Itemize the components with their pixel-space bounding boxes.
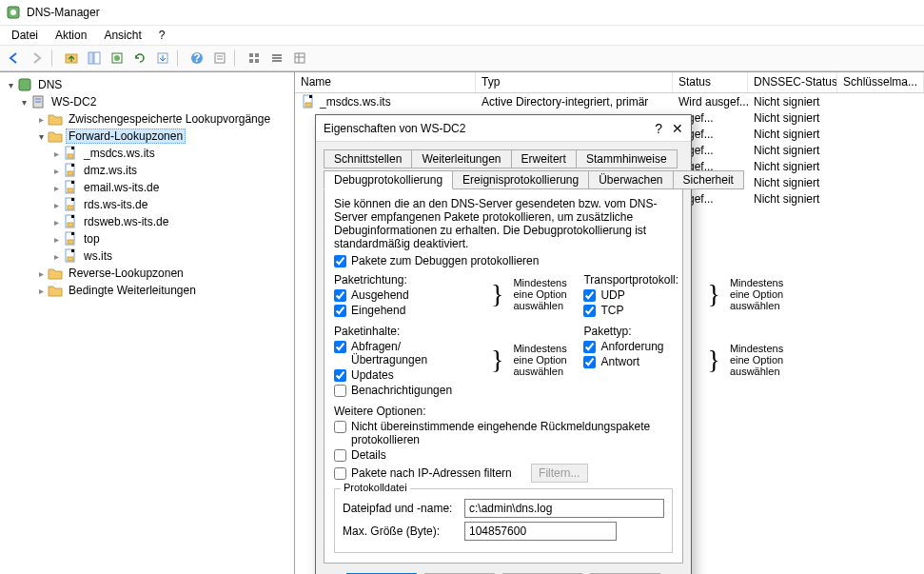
tree-item[interactable]: rdsweb.ws-its.de — [0, 213, 294, 230]
updates-checkbox[interactable]: Updates — [334, 368, 482, 382]
svg-rect-42 — [305, 103, 311, 107]
properties-button[interactable] — [209, 48, 230, 69]
back-button[interactable] — [4, 48, 25, 69]
tree-label: ws.its — [81, 249, 115, 263]
tab-stammhinweise[interactable]: Stammhinweise — [576, 149, 678, 168]
cell-name: _msdcs.ws.its — [295, 94, 476, 109]
dialog-title: Eigenschaften von WS-DC2 — [324, 122, 465, 135]
navigation-tree[interactable]: DNS WS-DC2 Zwischengespeicherte Lookupvo… — [0, 72, 295, 574]
cell-dnssec: Nicht signiert — [748, 192, 837, 206]
checkbox-input[interactable] — [334, 255, 346, 267]
expand-icon[interactable] — [49, 183, 63, 193]
view-list-button[interactable] — [266, 48, 287, 69]
view-small-button[interactable] — [244, 48, 265, 69]
expand-icon[interactable] — [49, 217, 63, 228]
tree-item[interactable]: Reverse-Lookupzonen — [0, 265, 294, 282]
expand-icon[interactable] — [34, 268, 48, 279]
checkbox-label: Pakete zum Debuggen protokollieren — [351, 254, 539, 267]
tree-item[interactable]: top — [0, 230, 294, 247]
col-dnssec[interactable]: DNSSEC-Status — [748, 72, 837, 92]
up-button[interactable] — [61, 48, 82, 69]
dialog-titlebar[interactable]: Eigenschaften von WS-DC2 ? ✕ — [316, 115, 691, 142]
tree-label: Bedingte Weiterleitungen — [66, 284, 199, 297]
tree-root[interactable]: DNS — [0, 76, 294, 93]
tab-ereignisprotokollierung[interactable]: Ereignisprotokollierung — [452, 170, 589, 189]
new-button[interactable] — [107, 48, 128, 69]
col-keymaster[interactable]: Schlüsselma... — [837, 72, 924, 92]
toolbar-separator — [234, 49, 240, 67]
udp-checkbox[interactable]: UDP — [583, 288, 698, 302]
expand-icon[interactable] — [17, 97, 30, 108]
expand-icon[interactable] — [49, 148, 63, 159]
expand-icon[interactable] — [49, 251, 63, 262]
tree-item[interactable]: email.ws-its.de — [0, 179, 294, 196]
tree-item[interactable]: Zwischengespeicherte Lookupvorgänge — [0, 110, 294, 128]
tcp-checkbox[interactable]: TCP — [583, 304, 698, 317]
expand-icon[interactable] — [4, 80, 17, 90]
description-text: Sie können die an den DNS-Server gesende… — [334, 197, 673, 250]
request-checkbox[interactable]: Anforderung — [583, 340, 698, 353]
menu-datei[interactable]: Datei — [4, 27, 46, 44]
tree-item[interactable]: Bedingte Weiterleitungen — [0, 282, 294, 299]
tree-item[interactable]: rds.ws-its.de — [0, 196, 294, 213]
response-checkbox[interactable]: Antwort — [583, 355, 698, 368]
queries-checkbox[interactable]: Abfragen/ Übertragungen — [334, 340, 482, 366]
hint-text: Mindestens eine Option auswählen — [730, 277, 793, 311]
menu-ansicht[interactable]: Ansicht — [96, 27, 148, 44]
details-checkbox[interactable]: Details — [334, 448, 673, 462]
folder-icon — [48, 129, 63, 144]
close-icon[interactable]: ✕ — [672, 121, 683, 136]
path-input[interactable] — [464, 499, 664, 518]
tree-server[interactable]: WS-DC2 — [0, 93, 294, 110]
expand-icon[interactable] — [49, 234, 63, 245]
tab-sicherheit[interactable]: Sicherheit — [673, 170, 744, 189]
col-typ[interactable]: Typ — [476, 72, 673, 92]
size-input[interactable] — [464, 522, 617, 541]
tree-item[interactable]: ws.its — [0, 247, 294, 265]
tree-label: rds.ws-its.de — [81, 198, 150, 211]
tab-erweitert[interactable]: Erweitert — [511, 149, 577, 168]
forward-button[interactable] — [27, 48, 48, 69]
filter-button: Filtern... — [531, 464, 588, 483]
expand-icon[interactable] — [34, 131, 48, 142]
expand-icon[interactable] — [49, 166, 63, 176]
tree-item[interactable]: dmz.ws.its — [0, 162, 294, 179]
incoming-checkbox[interactable]: Eingehend — [334, 304, 482, 317]
help-button[interactable]: ? — [187, 48, 207, 69]
zone-icon — [63, 146, 78, 161]
tab-content: Sie können die an den DNS-Server gesende… — [324, 188, 683, 564]
notifications-checkbox[interactable]: Benachrichtigungen — [334, 384, 482, 397]
expand-icon[interactable] — [49, 200, 63, 210]
list-row[interactable]: _msdcs.ws.itsActive Directory-integriert… — [295, 93, 924, 109]
unmatched-checkbox[interactable]: Nicht übereinstimmende eingehende Rückme… — [334, 420, 673, 446]
window-titlebar: DNS-Manager — [0, 0, 924, 26]
dialog-buttons: OK Abbrechen Übernehmen Hilfe — [324, 564, 683, 574]
outgoing-checkbox[interactable]: Ausgehend — [334, 288, 482, 302]
tab-schnittstellen[interactable]: Schnittstellen — [324, 149, 412, 168]
export-button[interactable] — [152, 48, 173, 69]
col-status[interactable]: Status — [673, 72, 748, 92]
tab-weiterleitungen[interactable]: Weiterleitungen — [411, 149, 511, 168]
tree-item[interactable]: _msdcs.ws.its — [0, 145, 294, 162]
view-detail-button[interactable] — [289, 48, 310, 69]
showhide-button[interactable] — [84, 48, 105, 69]
menu-aktion[interactable]: Aktion — [48, 27, 94, 44]
menu-help[interactable]: ? — [151, 27, 173, 44]
svg-rect-16 — [255, 59, 259, 63]
tree-item[interactable]: Forward-Lookupzonen — [0, 128, 294, 145]
content-header: Paketinhalte: — [334, 325, 482, 338]
expand-icon[interactable] — [34, 286, 48, 296]
tree-label: Reverse-Lookupzonen — [66, 267, 187, 280]
tree-label: WS-DC2 — [49, 95, 99, 109]
help-icon[interactable]: ? — [655, 121, 662, 136]
server-icon — [30, 94, 46, 109]
expand-icon[interactable] — [34, 114, 48, 125]
tab-debugprotokollierung[interactable]: Debugprotokollierung — [324, 170, 453, 189]
master-debug-checkbox[interactable]: Pakete zum Debuggen protokollieren — [334, 254, 673, 267]
filter-ip-checkbox[interactable]: Pakete nach IP-Adressen filtern — [334, 466, 512, 480]
refresh-button[interactable] — [129, 48, 150, 69]
window-title: DNS-Manager — [27, 6, 100, 19]
tab-ueberwachen[interactable]: Überwachen — [588, 170, 673, 189]
col-name[interactable]: Name — [295, 72, 476, 92]
hint-text: Mindestens eine Option auswählen — [513, 343, 576, 377]
